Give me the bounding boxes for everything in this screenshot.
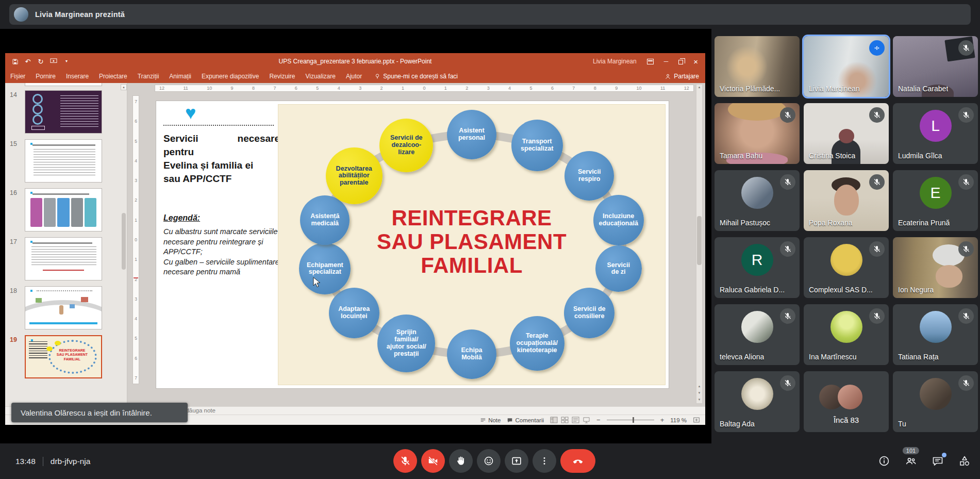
- slide-thumbnail-17[interactable]: [25, 237, 102, 280]
- ruler-number: 3: [135, 178, 137, 183]
- tell-me-box[interactable]: Spune-mi ce dorești să faci: [374, 73, 458, 80]
- mic-muted-icon: [780, 241, 795, 257]
- minimize-button[interactable]: ─: [664, 58, 669, 65]
- end-call-button[interactable]: [560, 449, 595, 473]
- ruler-number: 2: [466, 86, 468, 91]
- menu-proiectare[interactable]: Proiectare: [94, 70, 132, 83]
- zoom-slider[interactable]: [607, 420, 654, 420]
- raise-hand-button[interactable]: [449, 449, 473, 473]
- participant-name: Tatiana Rața: [898, 353, 939, 361]
- participant-tile-inca-83[interactable]: Încă 83: [804, 371, 889, 432]
- participant-tile-raluca-gabriela-d[interactable]: RRaluca Gabriela D...: [715, 237, 800, 298]
- share-button[interactable]: Partajare: [665, 73, 699, 80]
- participant-tile-popa-roxana[interactable]: Popa Roxana: [804, 170, 889, 231]
- fit-to-window-icon[interactable]: [693, 417, 700, 423]
- scrollbar-thumb[interactable]: [122, 213, 126, 270]
- undo-icon[interactable]: ↶: [24, 58, 31, 65]
- scroll-up-icon[interactable]: ▲: [121, 84, 127, 90]
- participant-tile-televca-aliona[interactable]: televca Aliona: [715, 304, 800, 365]
- lightbulb-icon: [374, 73, 380, 80]
- presenting-text: Livia Marginean prezintă: [35, 10, 125, 19]
- participant-tile-tamara-bahu[interactable]: Tamara Bahu: [715, 103, 800, 164]
- mic-off-button[interactable]: [393, 449, 417, 473]
- chat-button[interactable]: [931, 454, 945, 468]
- menu-expunere-diapozitive[interactable]: Expunere diapozitive: [196, 70, 264, 83]
- participant-tile-ludmila-gilca[interactable]: LLudmila Gîlca: [893, 103, 978, 164]
- participant-tile-tu[interactable]: Tu: [893, 371, 978, 432]
- participant-name: Complexul SAS D...: [809, 286, 873, 294]
- notes-toggle[interactable]: Note: [480, 417, 501, 423]
- camera-off-button[interactable]: [421, 449, 445, 473]
- diagram-bubble-dezvoltarea: Dezvoltarea abilităților parentale: [326, 147, 383, 204]
- share-label: Partajare: [674, 73, 699, 80]
- close-button[interactable]: ×: [693, 57, 698, 66]
- mic-muted-icon: [869, 107, 885, 123]
- scroll-down-icon[interactable]: ▼: [696, 397, 702, 403]
- menu-fisier[interactable]: Fișier: [5, 70, 30, 83]
- more-options-button[interactable]: [533, 449, 556, 473]
- zoom-in-button[interactable]: +: [660, 416, 665, 424]
- participants-button[interactable]: 101: [904, 454, 918, 468]
- customize-qat-icon[interactable]: ▾: [63, 58, 70, 65]
- avatar-photo: [741, 177, 773, 209]
- menu-inserare[interactable]: Inserare: [61, 70, 94, 83]
- slide-thumbnail-14[interactable]: [25, 90, 102, 134]
- participants-grid: Victoria Plămăde...Livia MargineanNatali…: [715, 36, 978, 432]
- next-slide-icon[interactable]: ▼: [696, 390, 702, 397]
- legend-line: Cu albastru sunt marcate serviciile nece…: [163, 227, 286, 257]
- zoom-slider-thumb[interactable]: [633, 417, 634, 423]
- start-slideshow-icon[interactable]: [50, 58, 57, 65]
- reading-view-icon[interactable]: [572, 417, 579, 423]
- ppt-workspace: 141516171819REINTEGRARE SAU PLASAMENT FA…: [5, 83, 705, 406]
- save-icon[interactable]: [11, 58, 19, 65]
- thumbnail-scrollbar[interactable]: ▲: [121, 84, 127, 404]
- participant-tile-complexul-sas-d[interactable]: Complexul SAS D...: [804, 237, 889, 298]
- mic-muted-icon: [869, 308, 885, 324]
- slide-number: 18: [10, 287, 22, 294]
- zoom-level[interactable]: 119 %: [670, 417, 687, 423]
- normal-view-icon[interactable]: [550, 417, 558, 423]
- ppt-account-name[interactable]: Livia Marginean: [593, 58, 637, 65]
- redo-icon[interactable]: ↻: [37, 58, 44, 65]
- participant-tile-ion-negura[interactable]: Ion Negura: [893, 237, 978, 298]
- slide-thumbnail-18[interactable]: [25, 286, 102, 329]
- menu-ajutor[interactable]: Ajutor: [341, 70, 367, 83]
- avatar-letter: R: [741, 244, 773, 276]
- ruler-number: 5: [135, 336, 137, 341]
- slide-sorter-view-icon[interactable]: [561, 417, 569, 423]
- menu-tranzitii[interactable]: Tranziții: [132, 70, 164, 83]
- slide-number: 14: [10, 91, 22, 98]
- participant-tile-tatiana-rata[interactable]: Tatiana Rața: [893, 304, 978, 365]
- menu-animatii[interactable]: Animații: [164, 70, 196, 83]
- slide-thumbnail-16[interactable]: [25, 188, 102, 232]
- participant-tile-cristina-stoica[interactable]: Cristina Stoica: [804, 103, 889, 164]
- menu-pornire[interactable]: Pornire: [30, 70, 61, 83]
- ribbon-display-options-icon[interactable]: [647, 59, 654, 64]
- participant-tile-livia-marginean[interactable]: Livia Marginean: [804, 36, 889, 97]
- menu-revizuire[interactable]: Revizuire: [264, 70, 300, 83]
- slide-thumbnail-19[interactable]: REINTEGRARE SAU PLASAMENT FAMILIAL: [25, 335, 102, 378]
- avatar-photo: [830, 311, 862, 343]
- slide-thumbnail-15[interactable]: [25, 139, 102, 183]
- zoom-out-button[interactable]: −: [596, 416, 601, 424]
- participant-tile-baltag-ada[interactable]: Baltag Ada: [715, 371, 800, 432]
- meeting-details-button[interactable]: [877, 454, 891, 468]
- activities-button[interactable]: [957, 454, 972, 468]
- ruler-number: 6: [551, 86, 554, 91]
- previous-slide-icon[interactable]: ▲: [696, 384, 702, 390]
- restore-button[interactable]: [678, 60, 683, 64]
- participant-tile-victoria-plamade[interactable]: Victoria Plămăde...: [715, 36, 800, 97]
- scrollbar-thumb[interactable]: [697, 216, 702, 265]
- scroll-up-icon[interactable]: ▲: [696, 85, 702, 91]
- participant-tile-natalia-carabet[interactable]: Natalia Carabet: [893, 36, 978, 97]
- slideshow-view-icon[interactable]: [583, 417, 590, 423]
- slide-scrollbar[interactable]: ▲ ▲ ▼ ▼: [696, 84, 703, 404]
- present-screen-button[interactable]: [505, 449, 528, 473]
- comments-toggle[interactable]: Comentarii: [507, 417, 544, 423]
- mic-muted-icon: [780, 308, 795, 324]
- menu-vizualizare[interactable]: Vizualizare: [300, 70, 340, 83]
- participant-tile-mihail-pastusoc[interactable]: Mihail Pastușoc: [715, 170, 800, 231]
- participant-tile-ina-martinescu[interactable]: Ina Martînescu: [804, 304, 889, 365]
- participant-tile-ecaterina-pruna[interactable]: EEcaterina Prună: [893, 170, 978, 231]
- reactions-button[interactable]: [477, 449, 501, 473]
